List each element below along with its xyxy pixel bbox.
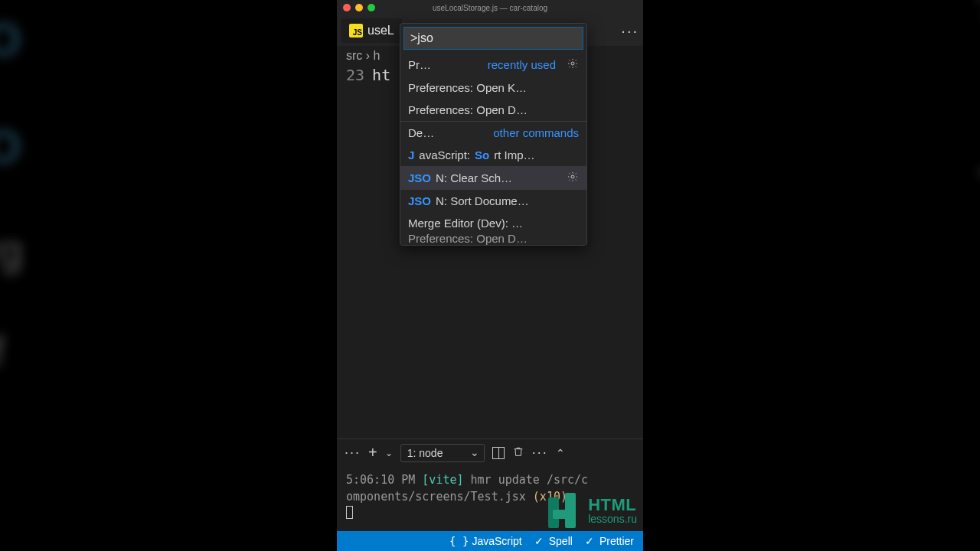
svg-point-1: [571, 62, 574, 65]
terminal-count: (x10): [533, 490, 567, 504]
status-spell[interactable]: Spell: [534, 535, 573, 547]
javascript-icon: JS: [349, 24, 363, 37]
plus-icon[interactable]: +: [368, 444, 377, 461]
terminal-tag: [vite]: [422, 473, 463, 487]
gear-icon: [975, 0, 981, 33]
palette-item[interactable]: Preferences: Open D…: [400, 99, 586, 121]
gear-icon[interactable]: [567, 57, 579, 72]
chevron-up-icon[interactable]: ⌃: [556, 447, 565, 459]
terminal-time: 5:06:10 PM: [346, 473, 415, 487]
ellipsis-icon[interactable]: ···: [532, 445, 548, 461]
palette-item[interactable]: JSON: Clear Sch…: [400, 166, 586, 190]
chevron-down-icon[interactable]: ⌄: [385, 448, 393, 458]
ellipsis-icon[interactable]: ···: [345, 445, 361, 461]
close-icon[interactable]: [343, 4, 351, 11]
bg-text: Merg: [0, 227, 314, 275]
palette-item[interactable]: Preferences: Open D…: [400, 234, 586, 245]
palette-group-recent[interactable]: Pr… recently used: [400, 53, 586, 77]
palette-item[interactable]: JSON: Sort Docume…: [400, 190, 586, 212]
group-label: Pr…: [408, 58, 431, 71]
titlebar: useLocalStorage.js — car-catalog: [337, 0, 643, 15]
palette-item[interactable]: JavaScript: Sort Imp…: [400, 144, 586, 166]
group-tag: other commands: [493, 126, 579, 139]
group-label: De…: [408, 126, 434, 139]
ellipsis-icon: ···: [976, 139, 980, 199]
cursor-icon: [346, 506, 353, 519]
maximize-icon[interactable]: [368, 4, 375, 11]
trash-icon[interactable]: [512, 445, 524, 461]
terminal-panel: ··· + ⌄ 1: node ··· ⌃ 5:06:10 PM [vite] …: [337, 439, 643, 532]
command-input[interactable]: [403, 27, 583, 50]
minimize-icon[interactable]: [355, 4, 363, 11]
window-title: useLocalStorage.js — car-catalog: [337, 4, 643, 12]
svg-point-2: [571, 175, 574, 178]
terminal-text: hmr update /src/c: [464, 473, 589, 487]
palette-item[interactable]: Preferences: Open K…: [400, 77, 586, 99]
terminal-text: omponents/screens/Test.jsx: [346, 490, 533, 504]
line-number: 23: [346, 66, 364, 84]
terminal-output[interactable]: 5:06:10 PM [vite] hmr update /src/c ompo…: [337, 467, 643, 532]
bg-text: JSO: [0, 11, 314, 66]
status-language[interactable]: { }JavaScript: [449, 535, 522, 547]
command-list: Pr… recently used Preferences: Open K… P…: [400, 53, 586, 245]
tab-file[interactable]: JS useL: [341, 18, 402, 43]
split-icon[interactable]: [492, 447, 505, 459]
bg-text: JSO: [0, 119, 314, 173]
line-text: ht: [372, 66, 390, 84]
terminal-select[interactable]: 1: node: [400, 444, 485, 462]
tab-label: useL: [368, 24, 394, 37]
terminal-toolbar: ··· + ⌄ 1: node ··· ⌃: [337, 439, 643, 467]
gear-icon[interactable]: [567, 171, 579, 185]
window-controls[interactable]: [343, 4, 375, 11]
bg-text: Pref: [0, 328, 314, 376]
status-bar: { }JavaScript Spell Prettier: [337, 531, 643, 551]
tab-overflow-icon[interactable]: ···: [621, 22, 639, 40]
palette-group-other[interactable]: De… other commands: [400, 122, 586, 144]
status-prettier[interactable]: Prettier: [585, 535, 634, 547]
command-palette: Pr… recently used Preferences: Open K… P…: [400, 23, 587, 246]
group-tag: recently used: [488, 58, 556, 71]
palette-item[interactable]: Merge Editor (Dev): …: [400, 212, 586, 234]
